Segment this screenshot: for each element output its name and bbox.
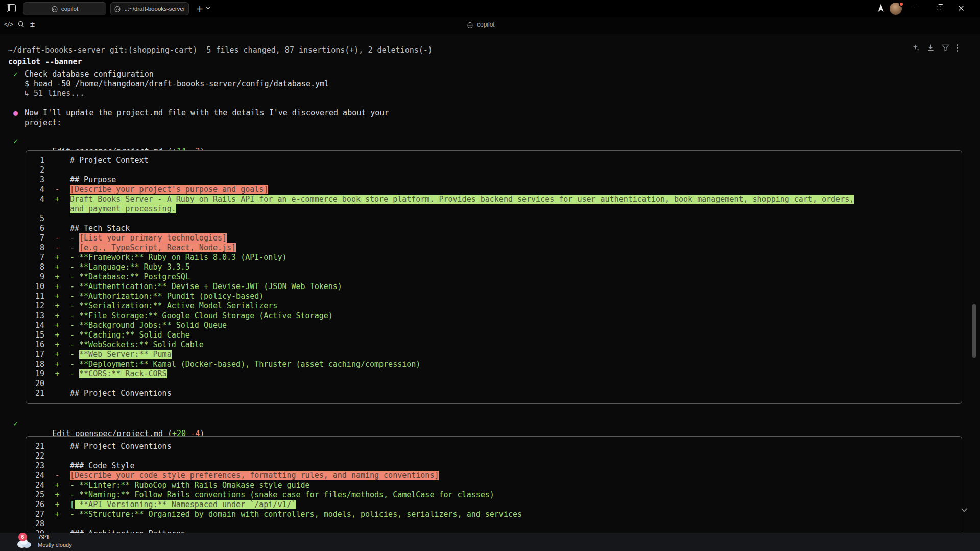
line-number [31, 204, 44, 214]
diff-sign: + [44, 321, 70, 330]
diff-text: - **Caching:** Solid Cache [70, 330, 190, 340]
pane-title: copilot [467, 21, 495, 28]
line-number: 21 [31, 389, 44, 398]
more-options-icon[interactable] [957, 44, 958, 52]
diff-row: 3## Purpose [31, 175, 962, 185]
line-number: 22 [31, 451, 44, 461]
search-icon[interactable] [18, 21, 25, 28]
diff-text: - **CORS:** Rack-CORS [70, 369, 167, 379]
diff-row: 16+- **WebSockets:** Solid Cable [31, 340, 962, 350]
line-number: 7 [31, 233, 44, 243]
weather-widget[interactable]: 6 79°F Mostly cloudy [15, 534, 72, 549]
tab-label: copilot [61, 6, 78, 12]
diff-sign: + [44, 301, 70, 311]
diff-sign [44, 214, 70, 224]
line-number: 12 [31, 301, 44, 311]
line-number: 17 [31, 350, 44, 360]
diff-box-2: 21## Project Conventions2223### Code Sty… [26, 436, 962, 533]
diff-sign [44, 156, 70, 165]
diff-row: 15+- **Caching:** Solid Cache [31, 330, 962, 340]
diff-row: 8-- [e.g., TypeScript, React, Node.js] [31, 243, 962, 253]
tab-draft-boooks-server[interactable]: ..:~/draft-boooks-server [110, 2, 189, 15]
diff-row: 2 [31, 165, 962, 175]
diff-sign: - [44, 243, 70, 253]
diff-sign [44, 389, 70, 398]
terminal-content[interactable]: ~/draft-boooks-server git:(shopping-cart… [0, 34, 980, 533]
diff-row: 19+- **CORS:** Rack-CORS [31, 369, 962, 379]
pane-action-icons [912, 44, 958, 52]
code-view-icon[interactable]: </> [4, 21, 13, 28]
scrollbar-thumb[interactable] [972, 304, 976, 358]
diff-row: 14+- **Background Jobs:** Solid Queue [31, 321, 962, 330]
command-line: copilot --banner [8, 57, 82, 67]
diff-sign: + [44, 340, 70, 350]
diff-text: - **File Storage:** Google Cloud Storage… [70, 311, 333, 321]
filter-icon[interactable] [942, 44, 949, 52]
tab-bar: copilot ..:~/draft-boooks-server + [0, 0, 980, 17]
diff-text: - **Web Server:** Puma [70, 350, 172, 360]
diff-text: [ **API Versioning:** Namespaced under `… [70, 500, 296, 510]
new-tab-button[interactable]: + [194, 3, 206, 15]
diff-row: 1# Project Context [31, 156, 962, 165]
diff-row: 13+- **File Storage:** Google Cloud Stor… [31, 311, 962, 321]
line-number: 23 [31, 461, 44, 471]
tab-dropdown-chevron-icon[interactable] [205, 5, 211, 11]
assistant-message-line2: project: [25, 118, 61, 128]
diff-row: 24-[Describe your code style preferences… [31, 471, 962, 481]
weather-badge: 6 [18, 533, 27, 541]
diff-sign [44, 461, 70, 471]
tab-label: ..:~/draft-boooks-server [124, 6, 185, 12]
diff-row: 21## Project Conventions [31, 442, 962, 451]
diff-row: 27+- **Structure:** Organized by domain … [31, 510, 962, 519]
diff-row: 5 [31, 214, 962, 224]
git-status-line: ~/draft-boooks-server git:(shopping-cart… [8, 45, 433, 55]
sidebar-toggle-icon[interactable] [7, 4, 16, 12]
diff-text: ### Code Style [70, 461, 134, 471]
line-number: 26 [31, 500, 44, 510]
diff-row: 17+- **Web Server:** Puma [31, 350, 962, 360]
plus-minus-icon[interactable]: ± [30, 20, 35, 28]
scroll-to-bottom-icon[interactable] [960, 507, 969, 514]
check-icon: ✓ [13, 137, 18, 147]
copilot-icon [51, 5, 58, 12]
taskbar: 6 79°F Mostly cloudy [0, 533, 980, 551]
sparkle-icon[interactable] [912, 44, 920, 52]
line-number: 19 [31, 369, 44, 379]
close-button[interactable] [951, 0, 971, 16]
minimize-button[interactable] [905, 0, 925, 16]
diff-text: - **Authentication:** Devise + Devise-JW… [70, 282, 342, 292]
diff-row: 28 [31, 519, 962, 529]
line-number: 9 [31, 272, 44, 282]
diff-text: - **WebSockets:** Solid Cable [70, 340, 204, 350]
maximize-button[interactable] [928, 0, 949, 16]
line-number: 18 [31, 360, 44, 369]
diff-sign [44, 204, 70, 214]
diff-row: 10+- **Authentication:** Devise + Devise… [31, 282, 962, 292]
diff-sign: + [44, 282, 70, 292]
line-number: 8 [31, 243, 44, 253]
diff-text: ## Purpose [70, 175, 116, 185]
copilot-icon [114, 5, 121, 12]
diff-text: [Describe your code style preferences, f… [70, 471, 439, 481]
download-icon[interactable] [927, 44, 935, 52]
diff-row: 9+- **Database:** PostgreSQL [31, 272, 962, 282]
diff-text: ## Project Conventions [70, 442, 172, 451]
delta-logo-icon[interactable] [876, 4, 886, 13]
diff-text: Draft Books Server - A Ruby on Rails API… [70, 195, 854, 204]
diff-text: - **Authorization:** Pundit (policy-base… [70, 292, 264, 301]
diff-row: 21## Project Conventions [31, 389, 962, 398]
diff-sign [44, 442, 70, 451]
diff-text: - **Language:** Ruby 3.3.5 [70, 262, 190, 272]
tab-copilot[interactable]: copilot [23, 2, 106, 15]
line-number: 25 [31, 490, 44, 500]
line-number: 2 [31, 165, 44, 175]
diff-sign: - [44, 185, 70, 195]
notification-dot [899, 2, 904, 7]
pane-toolbar: </> ± copilot [0, 17, 980, 34]
assistant-message-line1: Now I'll update the project.md file with… [25, 108, 389, 118]
diff-text: - **Serialization:** Active Model Serial… [70, 301, 277, 311]
line-number: 11 [31, 292, 44, 301]
line-number: 8 [31, 262, 44, 272]
line-number: 24 [31, 471, 44, 481]
diff-sign [44, 529, 70, 533]
